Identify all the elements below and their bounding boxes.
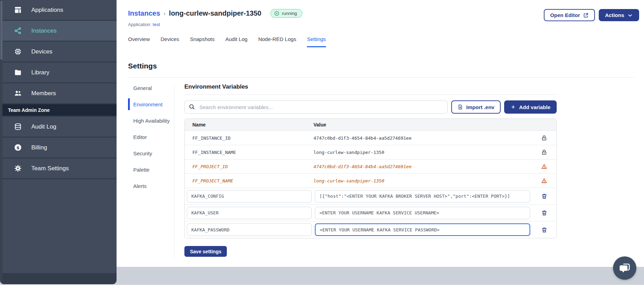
table-row: FF_PROJECT_ID 4747c0bd-d1f3-4654-84b4-aa… bbox=[185, 159, 556, 174]
sidebar-item-label: Library bbox=[31, 69, 49, 76]
instance-name: long-curlew-sandpiper-1350 bbox=[169, 9, 262, 17]
instances-icon bbox=[14, 27, 22, 35]
svg-text:$: $ bbox=[16, 145, 19, 150]
tab-audit-log[interactable]: Audit Log bbox=[225, 36, 247, 47]
environment-panel: Environment Variables Import .env Add va… bbox=[184, 83, 557, 257]
subnav-alerts[interactable]: Alerts bbox=[133, 182, 172, 190]
instance-tabs: Overview Devices Snapshots Audit Log Nod… bbox=[128, 36, 326, 47]
env-var-value: long-curlew-sandpiper-1350 bbox=[313, 150, 532, 155]
open-editor-button[interactable]: Open Editor bbox=[544, 9, 595, 21]
env-var-name: FF_PROJECT_ID bbox=[185, 164, 313, 169]
breadcrumb-instances-link[interactable]: Instances bbox=[128, 9, 160, 17]
chevron-down-icon bbox=[627, 13, 633, 18]
sidebar-item-applications[interactable]: Applications bbox=[2, 0, 117, 20]
settings-subnav: General Environment High Availability Ed… bbox=[133, 84, 172, 199]
trash-icon bbox=[541, 227, 548, 233]
env-var-value-input[interactable] bbox=[315, 207, 530, 219]
delete-variable-button[interactable] bbox=[541, 227, 548, 233]
sidebar-item-library[interactable]: Library bbox=[2, 63, 117, 82]
sidebar-item-label: Applications bbox=[31, 7, 63, 14]
env-var-value: 4747c0bd-d1f3-4654-84b4-aa5d274691ee bbox=[313, 136, 532, 141]
tab-settings[interactable]: Settings bbox=[307, 36, 326, 47]
lock-icon bbox=[532, 149, 556, 155]
table-row bbox=[185, 188, 556, 205]
env-variables-table: Name Value FF_INSTANCE_ID 4747c0bd-d1f3-… bbox=[184, 118, 557, 238]
table-header: Name Value bbox=[185, 119, 556, 131]
table-row bbox=[185, 221, 556, 238]
subnav-palette[interactable]: Palette bbox=[133, 166, 172, 173]
library-icon bbox=[14, 68, 22, 77]
tab-node-red-logs[interactable]: Node-RED Logs bbox=[258, 36, 296, 47]
tab-devices[interactable]: Devices bbox=[161, 36, 179, 47]
env-var-value-input[interactable] bbox=[315, 190, 530, 203]
sidebar-filler bbox=[2, 179, 117, 273]
sidebar-item-instances[interactable]: Instances bbox=[2, 21, 117, 41]
tab-snapshots[interactable]: Snapshots bbox=[190, 36, 215, 47]
add-variable-button[interactable]: Add variable bbox=[504, 100, 557, 114]
billing-icon: $ bbox=[14, 144, 22, 152]
subnav-general[interactable]: General bbox=[133, 84, 172, 92]
import-env-button[interactable]: Import .env bbox=[451, 100, 501, 114]
subnav-editor[interactable]: Editor bbox=[133, 133, 172, 141]
env-var-name: FF_INSTANCE_ID bbox=[185, 136, 313, 141]
delete-variable-button[interactable] bbox=[541, 193, 548, 199]
sidebar-item-team-settings[interactable]: Team Settings bbox=[2, 158, 117, 178]
warning-icon bbox=[532, 178, 556, 184]
status-badge: running bbox=[270, 9, 302, 18]
sidebar-item-audit-log[interactable]: Audit Log bbox=[2, 117, 117, 137]
page: Applications Instances Devices Library bbox=[0, 0, 644, 287]
lock-icon bbox=[532, 135, 556, 141]
sidebar: Applications Instances Devices Library bbox=[0, 0, 117, 284]
team-settings-icon bbox=[14, 164, 22, 173]
sidebar-item-label: Audit Log bbox=[31, 123, 56, 130]
sidebar-item-members[interactable]: Members bbox=[2, 83, 117, 103]
document-download-icon bbox=[458, 104, 463, 110]
actions-button[interactable]: Actions bbox=[599, 9, 639, 21]
application-line: Application: test bbox=[128, 22, 160, 27]
sidebar-scrollbar[interactable] bbox=[0, 0, 2, 284]
subnav-divider bbox=[174, 84, 174, 258]
subnav-security[interactable]: Security bbox=[133, 150, 172, 157]
devices-icon bbox=[14, 48, 22, 56]
applications-icon bbox=[14, 6, 22, 14]
delete-variable-button[interactable] bbox=[541, 210, 548, 216]
plus-icon bbox=[510, 104, 516, 110]
sidebar-item-label: Devices bbox=[31, 48, 52, 55]
sidebar-item-devices[interactable]: Devices bbox=[2, 42, 117, 62]
table-row: FF_INSTANCE_NAME long-curlew-sandpiper-1… bbox=[185, 145, 556, 159]
tab-overview[interactable]: Overview bbox=[128, 36, 150, 47]
sidebar-item-label: Members bbox=[31, 90, 56, 97]
sidebar-item-label: Team Settings bbox=[31, 165, 69, 172]
search-icon bbox=[189, 104, 195, 110]
env-var-name: FF_INSTANCE_NAME bbox=[185, 150, 313, 155]
breadcrumb-separator: › bbox=[164, 10, 165, 17]
env-var-value-input-focused[interactable] bbox=[315, 223, 530, 236]
main-content: Instances › long-curlew-sandpiper-1350 r… bbox=[117, 0, 644, 267]
settings-title: Settings bbox=[128, 62, 157, 70]
chat-widget-button[interactable] bbox=[613, 256, 636, 280]
external-link-icon bbox=[583, 13, 589, 18]
env-var-value: 4747c0bd-d1f3-4654-84b4-aa5d274691ee bbox=[313, 164, 532, 169]
warning-icon bbox=[532, 163, 556, 170]
search-input[interactable] bbox=[184, 100, 448, 114]
chat-bubble-icon bbox=[619, 262, 631, 274]
env-var-name-input[interactable] bbox=[187, 207, 312, 219]
save-settings-button[interactable]: Save settings bbox=[184, 246, 227, 257]
breadcrumb: Instances › long-curlew-sandpiper-1350 r… bbox=[128, 9, 302, 18]
status-label: running bbox=[282, 11, 297, 16]
environment-variables-title: Environment Variables bbox=[184, 83, 557, 95]
trash-icon bbox=[541, 193, 548, 199]
settings-divider bbox=[128, 77, 634, 77]
sidebar-section-team-admin-zone: Team Admin Zone bbox=[2, 104, 117, 116]
table-row: FF_INSTANCE_ID 4747c0bd-d1f3-4654-84b4-a… bbox=[185, 131, 556, 145]
table-row: FF_PROJECT_NAME long-curlew-sandpiper-13… bbox=[185, 174, 556, 188]
env-var-name-input[interactable] bbox=[187, 190, 312, 203]
env-var-name-input[interactable] bbox=[187, 223, 312, 236]
application-link[interactable]: test bbox=[153, 22, 160, 27]
members-icon bbox=[14, 89, 22, 98]
subnav-high-availability[interactable]: High Availability bbox=[133, 117, 172, 124]
sidebar-item-label: Billing bbox=[31, 144, 47, 151]
sidebar-item-billing[interactable]: $ Billing bbox=[2, 138, 117, 157]
subnav-environment[interactable]: Environment bbox=[133, 101, 172, 108]
env-var-name: FF_PROJECT_NAME bbox=[185, 178, 313, 183]
